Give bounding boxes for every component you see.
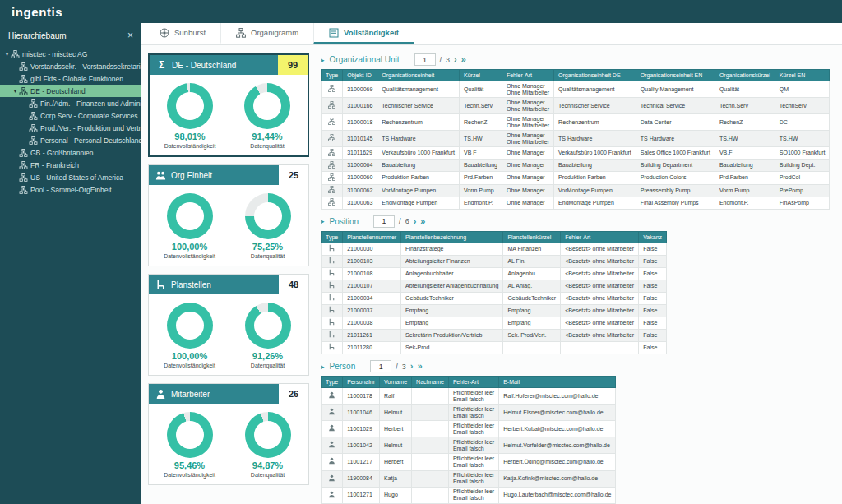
- close-icon[interactable]: ×: [127, 30, 133, 41]
- collapse-icon[interactable]: ▸: [321, 363, 325, 371]
- sitemap-icon: [328, 118, 335, 125]
- tree-item-misctec[interactable]: ▾misctec - misctec AG: [0, 48, 141, 60]
- table-row[interactable]: 11001217HerbertPflichtfelder leer Email …: [322, 454, 616, 470]
- tree-item-pool[interactable]: Pool - Sammel-OrgEinheit: [0, 183, 141, 196]
- table-cell: Data Center: [636, 114, 715, 131]
- next-page-icon[interactable]: ›: [410, 362, 414, 371]
- table-row[interactable]: 21000107Abteilungsleiter Anlagenbuchhalt…: [322, 280, 667, 292]
- tab-sunburst[interactable]: Sunburst: [145, 23, 220, 44]
- table-row[interactable]: 21000103Abteilungsleiter FinanzenAL Fin.…: [322, 255, 667, 267]
- expander-icon[interactable]: ▾: [12, 88, 19, 95]
- next-page-icon[interactable]: ›: [414, 217, 417, 226]
- column-header[interactable]: Kürzel: [460, 70, 502, 81]
- orgnode-icon: [19, 161, 28, 169]
- table-row[interactable]: 21011280Sek-Prod.False: [322, 341, 667, 354]
- column-header[interactable]: Organisationseinheit DE: [554, 70, 636, 81]
- card-org-einheit[interactable]: Org Einheit25100,00%Datenvollständigkeit…: [148, 164, 309, 266]
- table-row[interactable]: 31010145TS HardwareTS.HWOhne Manager Ohn…: [322, 131, 830, 147]
- page-total: 3: [402, 363, 406, 371]
- tree-item-glbl[interactable]: glbl Fkts - Globale Funktionen: [0, 72, 141, 85]
- expander-icon[interactable]: ▾: [3, 51, 11, 58]
- column-header[interactable]: Type: [322, 377, 343, 388]
- table-row[interactable]: 21000034GebäudeTechnikerGebäudeTechniker…: [322, 292, 667, 304]
- column-header[interactable]: Type: [322, 231, 343, 243]
- table-row[interactable]: 31000069QualitätsmanagementQualitätOhne …: [322, 81, 830, 98]
- last-page-icon[interactable]: »: [420, 217, 425, 226]
- table-row[interactable]: 21000037EmpfangEmpfang<Besetzt> ohne Mit…: [322, 304, 667, 317]
- page-total: 6: [405, 217, 409, 225]
- column-header[interactable]: Planstellenkürzel: [503, 231, 561, 243]
- tree-item-gb[interactable]: GB - Großbritannien: [0, 146, 141, 159]
- column-header[interactable]: Vakanz: [639, 231, 667, 243]
- table-row[interactable]: 31000060Produktion FarbenPrd.FarbenOhne …: [322, 172, 830, 184]
- column-header[interactable]: Planstellenbezeichnung: [401, 231, 503, 243]
- gauge-value: 95,46%: [174, 460, 205, 470]
- tree-item-fr[interactable]: FR - Frankreich: [0, 159, 141, 171]
- collapse-icon[interactable]: ▸: [321, 56, 325, 64]
- table-row[interactable]: 31000064BauabteilungBauabteilungOhne Man…: [322, 160, 830, 172]
- card-planstellen[interactable]: Planstellen48100,00%Datenvollständigkeit…: [148, 274, 309, 376]
- collapse-icon[interactable]: ▸: [321, 217, 325, 225]
- gauge-datenqualität: 94,87%Datenqualität: [229, 412, 307, 478]
- column-header[interactable]: Objekt-ID: [343, 70, 377, 81]
- column-header[interactable]: Type: [322, 70, 343, 81]
- column-header[interactable]: Planstellennummer: [343, 231, 401, 243]
- table-row[interactable]: 31000063EndMontage PumpenEndmont.P.Ohne …: [322, 197, 830, 209]
- orgnode-icon: [19, 87, 28, 95]
- table-row[interactable]: 11001042HelmutPflichtfelder leer Email f…: [322, 437, 616, 454]
- table-cell: Helmut: [380, 437, 412, 454]
- column-header[interactable]: Fehler-Art: [448, 377, 498, 388]
- table-row[interactable]: 21000038EmpfangEmpfang<Besetzt> ohne Mit…: [322, 317, 667, 329]
- table-cell: Produktion Farben: [377, 172, 460, 184]
- tab-vollständigkeit[interactable]: Vollständigkeit: [313, 23, 414, 44]
- table-cell: <Besetzt> ohne Mitarbeiter: [561, 292, 639, 304]
- tree-item-corp-serv[interactable]: Corp.Serv - Corporate Services: [0, 109, 141, 122]
- column-header[interactable]: Kürzel EN: [775, 70, 830, 81]
- tree-item-de[interactable]: ▾DE - Deutschland: [0, 85, 141, 97]
- tree-item-us[interactable]: US - United States of America: [0, 171, 141, 183]
- table-row[interactable]: 11001029HerbertPflichtfelder leer Email …: [322, 421, 616, 437]
- column-header[interactable]: E-Mail: [499, 377, 616, 388]
- table-row[interactable]: 11001271HugoPflichtfelder leer Email fal…: [322, 487, 616, 503]
- last-page-icon[interactable]: »: [417, 362, 422, 371]
- next-page-icon[interactable]: ›: [454, 55, 457, 64]
- tree-item-fin-adm-[interactable]: Fin./Adm. - Finanzen und Administration: [0, 97, 141, 109]
- table-cell: Bauabteilung: [460, 160, 502, 172]
- last-page-icon[interactable]: »: [461, 55, 466, 64]
- column-header[interactable]: Nachname: [412, 377, 449, 388]
- column-header[interactable]: Organisationseinheit: [377, 70, 460, 81]
- column-header[interactable]: Fehler-Art: [502, 70, 553, 81]
- column-header[interactable]: Organisationseinheit EN: [636, 70, 715, 81]
- column-header[interactable]: Vorname: [380, 377, 412, 388]
- tree-item-prod-ver-[interactable]: Prod./Ver. - Produktion und Vertrieb: [0, 122, 141, 134]
- table-row[interactable]: 11001046HelmutPflichtfelder leer Email f…: [322, 405, 616, 421]
- page-input[interactable]: 1: [373, 215, 395, 228]
- column-header[interactable]: Personalnr: [343, 377, 380, 388]
- table-cell: Rechenzentrum: [554, 114, 636, 131]
- table-cell: Abteilungsleiter Finanzen: [401, 255, 503, 267]
- table-cell: 31000064: [343, 160, 377, 172]
- table-row[interactable]: 21000030FinanzstrategeMA Finanzen<Besetz…: [322, 243, 667, 255]
- table-row[interactable]: 21000108AnlagenbuchhalterAnlagenbu.<Bese…: [322, 267, 667, 280]
- table-row[interactable]: 21011261Sekretärin Produktion/VertriebSe…: [322, 329, 667, 341]
- tree-item-personal[interactable]: Personal - Personal Deutschland: [0, 134, 141, 146]
- table-row[interactable]: 31011629Verkaufsbüro 1000 FrankfurtVB FO…: [322, 147, 830, 160]
- card-mitarbeiter[interactable]: Mitarbeiter2695,46%Datenvollständigkeit9…: [148, 383, 309, 485]
- table-row[interactable]: 31000166Technischer ServiceTechn.ServOhn…: [322, 98, 830, 114]
- table-cell: Anlagenbu.: [503, 267, 561, 280]
- column-header[interactable]: Organisationskürzel: [715, 70, 775, 81]
- tree-item-vorstandssekr-[interactable]: Vorstandssekr. - Vorstandssekretariat: [0, 60, 141, 72]
- table-row[interactable]: 11000178RalfPflichtfelder leer Email fal…: [322, 388, 616, 405]
- person-icon: [328, 474, 335, 482]
- card-de-deutschland[interactable]: ΣDE - Deutschland9998,01%Datenvollständi…: [148, 53, 309, 157]
- page-input[interactable]: 1: [414, 53, 436, 66]
- table-row[interactable]: 31000062VorMontage PumpenVorm.Pump.Ohne …: [322, 184, 830, 197]
- table-cell: Ohne Manager: [502, 197, 553, 209]
- table-row[interactable]: 31000018RechenzentrumRechenZOhne Manager…: [322, 114, 830, 131]
- column-header[interactable]: Fehler-Art: [561, 231, 639, 243]
- page-input[interactable]: 1: [370, 360, 391, 372]
- gauge-value: 100,00%: [172, 351, 207, 361]
- table-row[interactable]: 11900084KatjaPflichtfelder leer Email fa…: [322, 470, 616, 487]
- tab-organigramm[interactable]: Organigramm: [220, 23, 313, 44]
- page-separator: /: [399, 217, 401, 225]
